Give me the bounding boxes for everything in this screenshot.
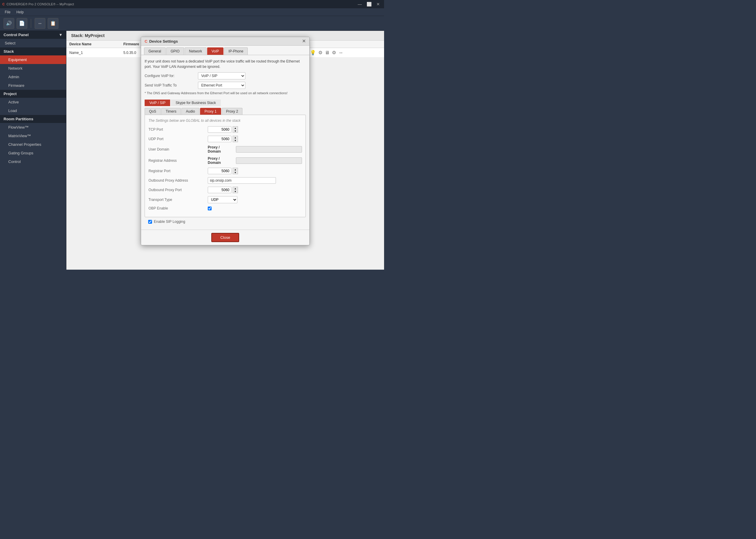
transport-type-select[interactable]: UDP TCP TLS <box>208 196 237 203</box>
sidebar-item-admin[interactable]: Admin <box>0 73 66 81</box>
modal-footer: Close <box>141 230 309 245</box>
sub-tab-skype[interactable]: Skype for Business Stack <box>171 100 220 106</box>
sip-logging-checkbox[interactable] <box>148 220 152 224</box>
sidebar-stack-header: Stack <box>0 47 66 55</box>
content-area: Stack: MyProject Device Name Firmware Pr… <box>66 31 384 270</box>
menu-help[interactable]: Help <box>14 10 26 15</box>
modal-title-text: Device Settings <box>149 39 178 43</box>
outbound-proxy-port-spinner: ▲ ▼ <box>233 187 238 193</box>
sidebar-item-flowview[interactable]: FlowView™ <box>0 123 66 131</box>
outbound-proxy-port-input[interactable] <box>208 187 231 193</box>
tcp-port-down[interactable]: ▼ <box>233 129 238 132</box>
sidebar-item-network[interactable]: Network <box>0 64 66 73</box>
inner-tabs-row: QoS Timers Audio Proxy 1 Proxy 2 <box>145 108 306 115</box>
obp-enable-checkbox[interactable] <box>208 206 212 210</box>
udp-port-input[interactable] <box>208 136 231 142</box>
tab-network[interactable]: Network <box>185 47 206 55</box>
app-logo: C <box>2 2 5 6</box>
send-voip-traffic-select[interactable]: Ethernet Port VoIP Port <box>198 82 245 89</box>
tcp-port-up[interactable]: ▲ <box>233 126 238 129</box>
user-domain-row: User Domain Proxy / Domain <box>148 145 302 153</box>
configure-voip-label: Configure VoIP for: <box>145 74 198 78</box>
settings-panel: The Settings below are GLOBAL to all dev… <box>145 115 306 217</box>
registrar-port-row: Registrar Port ▲ ▼ <box>148 168 302 174</box>
voip-info-text: If your unit does not have a dedicated V… <box>145 59 306 69</box>
obp-enable-row: OBP Enable <box>148 206 302 210</box>
sub-tabs-row: VoIP / SIP Skype for Business Stack <box>145 100 306 106</box>
tcp-port-spinner: ▲ ▼ <box>233 126 238 133</box>
outbound-proxy-address-row: Outbound Proxy Address <box>148 177 302 184</box>
toolbar: 🔊 📄 ↔ 📋 <box>0 16 384 31</box>
maximize-button[interactable]: ⬜ <box>365 0 373 8</box>
sidebar-item-firmware[interactable]: Firmware <box>0 81 66 90</box>
toolbar-arrows-btn[interactable]: ↔ <box>35 18 45 29</box>
sidebar-item-gating-groups[interactable]: Gating Groups <box>0 149 66 157</box>
registrar-address-input[interactable] <box>236 157 302 164</box>
close-window-button[interactable]: ✕ <box>375 0 382 8</box>
sidebar-project-header: Project <box>0 90 66 98</box>
outbound-proxy-port-row: Outbound Proxy Port ▲ ▼ <box>148 187 302 193</box>
close-button[interactable]: Close <box>211 233 239 242</box>
inner-tab-audio[interactable]: Audio <box>182 108 199 115</box>
inner-tab-timers[interactable]: Timers <box>161 108 181 115</box>
outbound-proxy-port-up[interactable]: ▲ <box>233 187 238 190</box>
sidebar-item-active[interactable]: Active <box>0 98 66 107</box>
tcp-port-input[interactable] <box>208 126 231 133</box>
outbound-proxy-port-down[interactable]: ▼ <box>233 190 238 193</box>
user-domain-prefix: Proxy / Domain <box>208 145 233 153</box>
send-voip-traffic-label: Send VoIP Traffic To <box>145 83 198 87</box>
send-voip-traffic-row: Send VoIP Traffic To Ethernet Port VoIP … <box>145 82 306 89</box>
sidebar-item-equipment[interactable]: Equipment <box>0 55 66 64</box>
outbound-proxy-address-label: Outbound Proxy Address <box>148 178 208 183</box>
sidebar-item-load[interactable]: Load <box>0 107 66 115</box>
toolbar-doc-btn[interactable]: 📄 <box>17 18 27 29</box>
menu-file[interactable]: File <box>2 10 13 15</box>
registrar-port-up[interactable]: ▲ <box>233 168 238 171</box>
sidebar-item-control[interactable]: Control <box>0 157 66 166</box>
configure-voip-row: Configure VoIP for: VoIP / SIP Skype for… <box>145 72 306 79</box>
configure-voip-select[interactable]: VoIP / SIP Skype for Business <box>198 72 245 79</box>
registrar-address-prefix: Proxy / Domain <box>208 156 233 165</box>
registrar-port-spinner: ▲ ▼ <box>233 168 238 174</box>
device-settings-modal: C Device Settings ✕ General GPIO Network… <box>141 37 310 245</box>
registrar-address-row: Registrar Address Proxy / Domain <box>148 156 302 165</box>
toolbar-calc-btn[interactable]: 📋 <box>48 18 58 29</box>
inner-tab-qos[interactable]: QoS <box>145 108 161 115</box>
tab-general[interactable]: General <box>144 47 166 55</box>
udp-port-spinner: ▲ ▼ <box>233 136 238 142</box>
ethernet-note: * The DNS and Gateway Addresses from the… <box>145 91 306 95</box>
tab-voip[interactable]: VoIP <box>207 47 223 55</box>
sidebar-item-channel-properties[interactable]: Channel Properties <box>0 140 66 149</box>
modal-close-button[interactable]: ✕ <box>302 39 306 43</box>
sip-logging-row: Enable SIP Logging <box>145 217 306 226</box>
modal-title-bar: C Device Settings ✕ <box>141 37 309 45</box>
sidebar-item-matrixview[interactable]: MatrixView™ <box>0 131 66 140</box>
sidebar-room-partitions-header: Room Partitions <box>0 115 66 123</box>
sub-tab-voip-sip[interactable]: VoIP / SIP <box>145 100 170 106</box>
outbound-proxy-address-input[interactable] <box>208 177 276 184</box>
tab-gpio[interactable]: GPIO <box>166 47 184 55</box>
udp-port-up[interactable]: ▲ <box>233 136 238 139</box>
sip-logging-label: Enable SIP Logging <box>154 220 185 224</box>
tcp-port-label: TCP Port <box>148 127 208 131</box>
registrar-port-down[interactable]: ▼ <box>233 171 238 174</box>
toolbar-audio-btn[interactable]: 🔊 <box>4 18 14 29</box>
user-domain-input[interactable] <box>236 146 302 153</box>
inner-tab-proxy1[interactable]: Proxy 1 <box>200 108 221 115</box>
udp-port-row: UDP Port ▲ ▼ <box>148 136 302 142</box>
transport-type-row: Transport Type UDP TCP TLS <box>148 196 302 203</box>
registrar-port-input[interactable] <box>208 168 231 174</box>
udp-port-down[interactable]: ▼ <box>233 139 238 142</box>
tab-ip-phone[interactable]: IP-Phone <box>224 47 248 55</box>
minimize-button[interactable]: — <box>356 0 364 8</box>
menu-bar: File Help <box>0 8 384 16</box>
sidebar-item-select[interactable]: Select <box>0 39 66 47</box>
global-settings-text: The Settings below are GLOBAL to all dev… <box>148 118 302 123</box>
registrar-address-label: Registrar Address <box>148 159 208 163</box>
obp-enable-label: OBP Enable <box>148 206 208 210</box>
main-tabs-row: General GPIO Network VoIP IP-Phone <box>141 45 309 55</box>
converge-logo-icon: C <box>145 39 147 43</box>
udp-port-label: UDP Port <box>148 137 208 141</box>
inner-tab-proxy2[interactable]: Proxy 2 <box>222 108 243 115</box>
modal-content: If your unit does not have a dedicated V… <box>141 55 309 230</box>
